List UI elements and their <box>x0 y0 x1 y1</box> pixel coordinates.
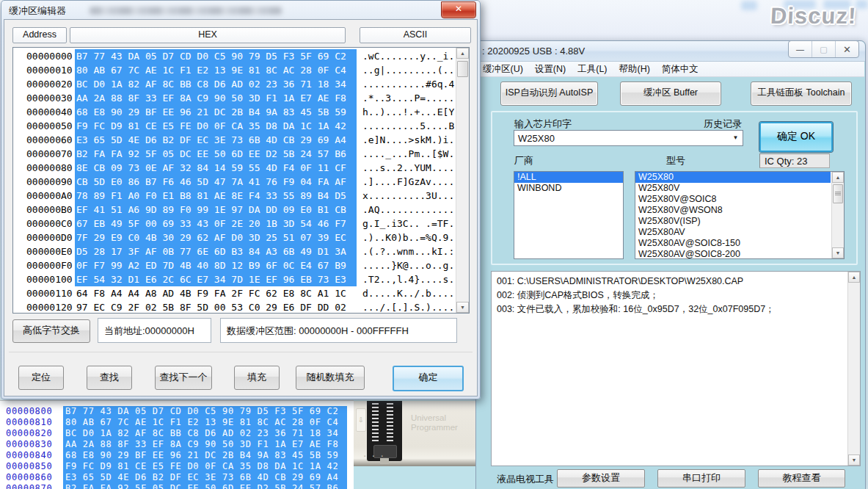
menu-item[interactable]: 设置(N) <box>529 62 572 77</box>
model-item[interactable]: W25X80AV@SOIC8-200 <box>635 249 831 259</box>
buffer-row[interactable]: 0000081080 AB 67 7C AE 1C F1 E2 13 9E 81… <box>0 417 354 428</box>
model-item[interactable]: W25X80V(ISP) <box>635 216 831 227</box>
hex-row[interactable]: 000000D07F 29 E9 C0 4B 30 29 62 AF D0 3D… <box>13 231 453 245</box>
hex-row[interactable]: 00000070B2 FA FA 92 5F 05 DC EE 50 6D EE… <box>13 147 453 161</box>
hex-row[interactable]: 00000050F9 FC D9 81 CE E5 FE D0 0F CA 35… <box>13 119 453 133</box>
close-button[interactable]: ✕ <box>836 41 858 57</box>
buffer-bytes[interactable]: AA 2A 88 8F 33 EF 8A C9 90 50 3D F1 1A E… <box>63 439 347 450</box>
scroll-up-icon[interactable]: ▲ <box>832 172 844 183</box>
hex-bytes[interactable]: CB 5D E0 86 B7 F6 46 5D 47 7A 41 76 F9 0… <box>75 175 357 189</box>
vendor-item[interactable]: WINBOND <box>514 183 623 194</box>
buffer-row[interactable]: 00000830AA 2A 88 8F 33 EF 8A C9 90 50 3D… <box>0 439 354 450</box>
model-item[interactable]: W25X80AV@SOIC8-150 <box>635 238 831 249</box>
buffer-row[interactable]: 00000800B7 77 43 DA 05 D7 CD D0 C5 90 79… <box>0 406 354 417</box>
hex-row[interactable]: 000000808E CB 09 73 0E AF 32 84 14 59 55… <box>13 161 453 175</box>
confirm-ok-button[interactable]: 确定 OK <box>759 122 833 152</box>
hex-bytes[interactable]: 78 89 F1 A0 F0 E1 B8 81 AE 8E F4 33 55 8… <box>75 189 357 203</box>
buffer-bytes[interactable]: B2 FA FA 92 5F 05 DC EE 50 6D EE D2 5B 2… <box>63 483 347 489</box>
ok-button[interactable]: 确定 <box>393 366 464 391</box>
buffer-hex-window[interactable]: 00000800B7 77 43 DA 05 D7 CD D0 C5 90 79… <box>0 400 354 489</box>
fill-button[interactable]: 填充 <box>234 366 280 390</box>
hex-view[interactable]: 00000000B7 77 43 DA 05 D7 CD D0 C5 90 79… <box>12 47 470 314</box>
hex-bytes[interactable]: EF 41 51 A6 9D 89 F0 99 1E 97 DA DD 09 E… <box>75 203 357 217</box>
param-settings-button[interactable]: 参数设置 <box>557 469 645 488</box>
chevron-down-icon[interactable]: ▼ <box>730 132 741 143</box>
buffer-button[interactable]: 缓冲区 Buffer <box>620 82 721 106</box>
hex-bytes[interactable]: 7F 29 E9 C0 4B 30 29 62 AF D0 3D 25 51 0… <box>75 231 357 245</box>
hex-row[interactable]: 00000100EF 54 32 D1 E6 2C 6C E7 34 7D 1E… <box>13 272 453 286</box>
hex-row[interactable]: 000000E0D5 28 17 3F AF 0B 77 6E 6D B3 84… <box>13 245 453 258</box>
hex-row[interactable]: 000000F00F F7 99 A2 ED 7D 4B 40 8D 12 B9… <box>13 258 453 272</box>
hex-bytes[interactable]: BC D0 1A 82 AF 8C BB C8 D6 AD 02 23 36 7… <box>75 77 357 91</box>
hex-row[interactable]: 0000012097 EC C9 2F 02 5B 8F 5D 00 53 C0… <box>13 300 453 314</box>
buffer-bytes[interactable]: BC D0 1A 82 AF 8C BB C8 D6 AD 02 23 36 7… <box>63 428 347 439</box>
hex-bytes[interactable]: 64 F8 A4 A4 A8 AD 4B F9 FA 2F FC 62 E8 8… <box>75 286 357 300</box>
model-list[interactable]: W25X80W25X80VW25X80V@SOIC8W25X80V@WSON8W… <box>635 171 845 259</box>
scrollbar-thumb[interactable] <box>457 61 468 77</box>
hex-bytes[interactable]: 0F F7 99 A2 ED 7D 4B 40 8D 12 B9 6F 0C E… <box>75 258 357 272</box>
model-item[interactable]: W25X80 <box>635 172 831 183</box>
hex-row[interactable]: 00000090CB 5D E0 86 B7 F6 46 5D 47 7A 41… <box>13 175 453 189</box>
scroll-up-icon[interactable]: ▲ <box>456 48 469 59</box>
byte-swap-button[interactable]: 高低字节交换 <box>12 319 90 343</box>
hex-bytes[interactable]: D5 28 17 3F AF 0B 77 6E 6D B3 84 A3 6B 4… <box>75 245 357 258</box>
hex-bytes[interactable]: B7 77 43 DA 05 D7 CD D0 C5 90 79 D5 F3 5… <box>75 49 357 63</box>
main-title-bar[interactable]: : 20200925 USB : 4.88V — ▢ ✕ <box>476 41 865 62</box>
hex-bytes[interactable]: 97 EC C9 2F 02 5B 8F 5D 00 53 C0 29 E6 D… <box>75 300 357 314</box>
autoisp-button[interactable]: ISP自动识别 AutoISP <box>500 82 598 106</box>
scroll-down-icon[interactable]: ▼ <box>848 454 860 466</box>
hex-row[interactable]: 0000001080 AB 67 7C AE 1C F1 E2 13 9E 81… <box>13 63 453 77</box>
minimize-button[interactable]: — <box>789 41 812 57</box>
hex-bytes[interactable]: B2 FA FA 92 5F 05 DC EE 50 6D EE D2 5B 2… <box>75 147 357 161</box>
maximize-button[interactable]: ▢ <box>812 41 836 57</box>
hex-bytes[interactable]: EF 54 32 D1 E6 2C 6C E7 34 7D 1E EF 96 E… <box>75 272 357 286</box>
model-item[interactable]: W25X80V@SOIC8 <box>635 194 831 205</box>
model-item[interactable]: W25X80V@WSON8 <box>635 205 831 216</box>
buffer-bytes[interactable]: 68 E8 90 29 BF EE 96 21 DC 2B B4 9A 83 4… <box>63 450 347 461</box>
vendor-item[interactable]: !ALL <box>514 172 623 183</box>
hex-row[interactable]: 0000011064 F8 A4 A4 A8 AD 4B F9 FA 2F FC… <box>13 286 453 300</box>
hex-bytes[interactable]: 68 E8 90 29 BF EE 96 21 DC 2B B4 9A 83 4… <box>75 105 357 119</box>
buffer-row[interactable]: 00000850F9 FC D9 81 CE E5 FE D0 0F CA 35… <box>0 461 354 472</box>
hex-bytes[interactable]: 80 AB 67 7C AE 1C F1 E2 13 9E 81 8C AC 2… <box>75 63 357 77</box>
hex-bytes[interactable]: AA 2A 88 8F 33 EF 8A C9 90 50 3D F1 1A E… <box>75 91 357 105</box>
locate-button[interactable]: 定位 <box>18 366 64 390</box>
log-scrollbar[interactable]: ▲ ▼ <box>847 272 860 466</box>
hex-row[interactable]: 00000030AA 2A 88 8F 33 EF 8A C9 90 50 3D… <box>13 91 453 105</box>
chip-input[interactable]: W25X80 ▼ <box>514 130 743 146</box>
model-item[interactable]: W25X80V <box>635 183 831 194</box>
hex-row[interactable]: 00000020BC D0 1A 82 AF 8C BB C8 D6 AD 02… <box>13 77 453 91</box>
hex-row[interactable]: 000000B0EF 41 51 A6 9D 89 F0 99 1E 97 DA… <box>13 203 453 217</box>
menu-item[interactable]: 缓冲区(U) <box>477 62 529 77</box>
model-list-scrollbar[interactable]: ▲ ▼ <box>831 172 844 258</box>
dialog-close-button[interactable]: ✕ <box>441 1 476 18</box>
buffer-row[interactable]: 00000820BC D0 1A 82 AF 8C BB C8 D6 AD 02… <box>0 428 354 439</box>
buffer-bytes[interactable]: 80 AB 67 7C AE 1C F1 E2 13 9E 81 8C AC 2… <box>63 417 347 428</box>
scroll-down-icon[interactable]: ▼ <box>456 302 469 313</box>
hex-bytes[interactable]: E3 65 5D 4E D6 B2 DF EC 3E 73 6B 4D CB 2… <box>75 133 357 147</box>
tutorial-view-button[interactable]: 教程查看 <box>758 469 845 488</box>
menu-item[interactable]: 简体中文 <box>656 62 704 77</box>
model-item[interactable]: W25X80AV <box>635 227 831 238</box>
scroll-down-icon[interactable]: ▼ <box>832 247 844 258</box>
toolchain-button[interactable]: 工具链面板 Toolchain <box>751 82 852 106</box>
find-next-button[interactable]: 查找下一个 <box>155 366 212 390</box>
find-button[interactable]: 查找 <box>87 366 132 390</box>
serial-print-button[interactable]: 串口打印 <box>657 469 745 488</box>
buffer-row[interactable]: 00000870B2 FA FA 92 5F 05 DC EE 50 6D EE… <box>0 483 354 489</box>
hex-row[interactable]: 000000C067 EB 49 5F 00 69 33 43 0F 2E 20… <box>13 217 453 231</box>
hex-row[interactable]: 00000000B7 77 43 DA 05 D7 CD D0 C5 90 79… <box>13 49 453 63</box>
hex-bytes[interactable]: F9 FC D9 81 CE E5 FE D0 0F CA 35 D8 DA 1… <box>75 119 357 133</box>
hex-bytes[interactable]: 8E CB 09 73 0E AF 32 84 14 59 55 4D F4 0… <box>75 161 357 175</box>
hex-row[interactable]: 00000060E3 65 5D 4E D6 B2 DF EC 3E 73 6B… <box>13 133 453 147</box>
buffer-bytes[interactable]: B7 77 43 DA 05 D7 CD D0 C5 90 79 D5 F3 5… <box>63 406 347 417</box>
hex-row[interactable]: 000000A078 89 F1 A0 F0 E1 B8 81 AE 8E F4… <box>13 189 453 203</box>
scrollbar-thumb[interactable] <box>833 184 843 203</box>
vendor-list[interactable]: !ALLWINBOND <box>514 171 624 259</box>
hex-bytes[interactable]: 67 EB 49 5F 00 69 33 43 0F 2E 20 1B 3D 5… <box>75 217 357 231</box>
menu-item[interactable]: 工具(L) <box>572 62 613 77</box>
buffer-bytes[interactable]: E3 65 5D 4E D6 B2 DF EC 3E 73 6B 4D CB 2… <box>63 472 347 483</box>
menu-item[interactable]: 帮助(H) <box>613 62 656 77</box>
buffer-row[interactable]: 0000084068 E8 90 29 BF EE 96 21 DC 2B B4… <box>0 450 354 461</box>
buffer-bytes[interactable]: F9 FC D9 81 CE E5 FE D0 0F CA 35 D8 DA 1… <box>63 461 347 472</box>
